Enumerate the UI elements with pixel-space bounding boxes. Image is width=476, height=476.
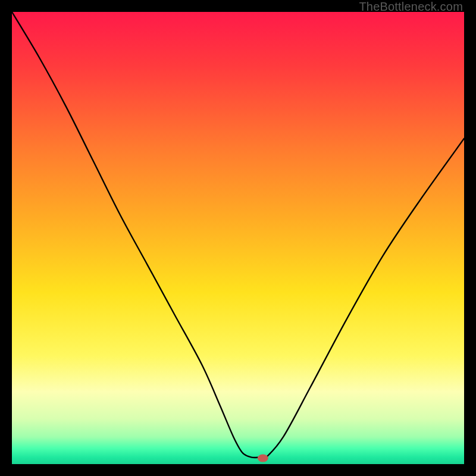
watermark-text: TheBottleneck.com bbox=[359, 0, 463, 14]
gradient-background bbox=[12, 12, 464, 464]
plot-area bbox=[12, 12, 464, 464]
optimal-marker bbox=[258, 455, 268, 462]
chart-frame: TheBottleneck.com bbox=[0, 0, 476, 476]
chart-svg bbox=[12, 12, 464, 464]
